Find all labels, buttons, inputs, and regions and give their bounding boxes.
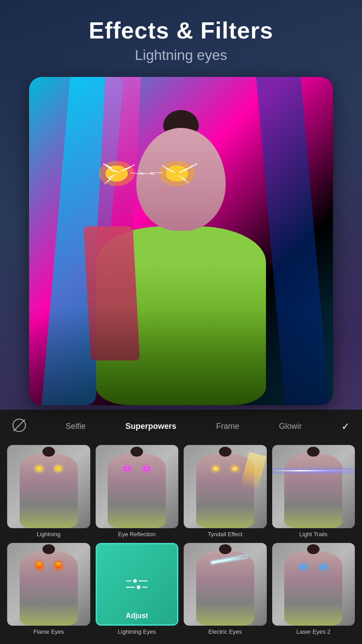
effects-grid: Lightning Eye Reflection — [0, 441, 362, 644]
header: Effects & Filters Lightning eyes — [0, 0, 362, 72]
effect-label-laser-eyes-2: Laser Eyes 2 — [296, 628, 330, 635]
effect-label-light-trails: Light Trails — [299, 531, 328, 538]
no-effect-button[interactable] — [9, 417, 29, 436]
effect-item-lightning[interactable]: Lightning — [7, 445, 90, 538]
effect-thumb-tyndall — [184, 445, 267, 528]
effect-item-light-trails[interactable]: Light Trails — [272, 445, 355, 538]
effect-label-eye-reflection: Eye Reflection — [118, 531, 156, 538]
effect-label-tyndall: Tyndall Effect — [208, 531, 243, 538]
effect-item-tyndall[interactable]: Tyndall Effect — [184, 445, 267, 538]
effect-label-lightning-eyes: Lightning Eyes — [118, 628, 156, 635]
effect-thumb-electric-eyes — [184, 543, 267, 626]
effect-item-laser-eyes-2[interactable]: Laser Eyes 2 — [272, 543, 355, 636]
effect-thumb-eye-reflection — [96, 445, 179, 528]
no-effect-icon — [13, 419, 26, 432]
lightning-svg-overlay — [90, 156, 206, 191]
page-subtitle: Lightning eyes — [9, 47, 353, 64]
svg-point-1 — [99, 161, 135, 186]
superpowers-tab[interactable]: Superpowers — [122, 420, 180, 433]
photo-background — [29, 77, 333, 405]
effect-thumb-lightning-eyes: Adjust — [96, 543, 179, 626]
effect-label-electric-eyes: Electric Eyes — [208, 628, 242, 635]
controls-bar: Selfie Superpowers Frame Glowir ✓ — [0, 410, 362, 441]
adjust-overlay-label: Adjust — [126, 612, 148, 620]
page-title: Effects & Filters — [9, 18, 353, 43]
effect-item-electric-eyes[interactable]: Electric Eyes — [184, 543, 267, 636]
effect-item-eye-reflection[interactable]: Eye Reflection — [96, 445, 179, 538]
effect-label-lightning: Lightning — [37, 531, 60, 538]
frame-tab[interactable]: Frame — [212, 420, 243, 433]
selfie-tab[interactable]: Selfie — [62, 420, 89, 433]
glowin-tab[interactable]: Glowir — [275, 420, 305, 433]
effect-label-flame-eyes: Flame Eyes — [33, 628, 64, 635]
effect-thumb-flame-eyes — [7, 543, 90, 626]
confirm-button[interactable]: ✓ — [338, 419, 353, 434]
photo-gradient-overlay — [29, 307, 333, 405]
svg-point-3 — [159, 161, 195, 186]
effect-thumb-lightning — [7, 445, 90, 528]
effect-item-flame-eyes[interactable]: Flame Eyes — [7, 543, 90, 636]
photo-preview — [29, 77, 333, 405]
adjust-icon — [126, 579, 147, 589]
effect-item-lightning-eyes[interactable]: Adjust Lightning Eyes — [96, 543, 179, 636]
effect-thumb-light-trails — [272, 445, 355, 528]
effect-thumb-laser-eyes-2 — [272, 543, 355, 626]
